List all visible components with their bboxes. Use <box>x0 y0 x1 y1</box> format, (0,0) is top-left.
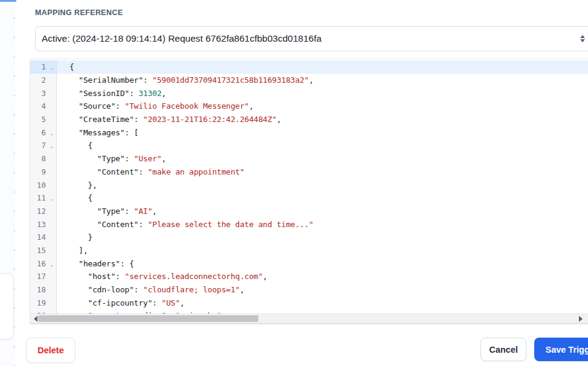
json-code-editor[interactable]: 1⌄{2 "SerialNumber": "59001dd73709417321… <box>30 59 588 324</box>
gutter-cell: 17 <box>30 270 57 283</box>
line-number: 16 <box>30 259 47 268</box>
code-text[interactable]: "cdn-loop": "cloudflare; loops=1", <box>57 283 588 297</box>
delete-button[interactable]: Delete <box>26 338 75 363</box>
gutter-cell: 8 <box>30 152 57 165</box>
gutter-cell: 15 <box>30 244 57 257</box>
fold-spacer <box>47 236 56 239</box>
gutter-cell: 16⌄ <box>30 257 57 270</box>
scroll-right-icon[interactable] <box>578 316 584 322</box>
fold-icon[interactable]: ⌄ <box>47 194 56 202</box>
code-text[interactable]: "host": "services.leadconnectorhq.com", <box>57 270 588 283</box>
trigger-mapping-modal: MAPPING REFERENCE Active: (2024-12-18 09… <box>15 0 588 366</box>
code-line[interactable]: 14 } <box>30 231 588 244</box>
fold-spacer <box>47 92 56 94</box>
code-line[interactable]: 19 "cf-ipcountry": "US", <box>30 296 588 309</box>
code-text[interactable]: } <box>57 231 588 244</box>
code-line[interactable]: 12 "Type": "AI", <box>30 205 588 218</box>
fold-spacer <box>47 210 56 212</box>
fold-spacer <box>47 275 56 278</box>
canvas-top-accent-bar <box>0 0 16 2</box>
save-trigger-button[interactable]: Save Trigger <box>534 338 588 361</box>
code-text[interactable]: "CreateTime": "2023-11-21T16:22:42.26448… <box>57 113 588 126</box>
code-line[interactable]: 8 "Type": "User", <box>30 152 588 165</box>
line-number: 7 <box>30 141 47 150</box>
line-number: 6 <box>30 128 47 137</box>
code-text[interactable]: }, <box>57 178 588 191</box>
code-line[interactable]: 3 "SessionID": 31302, <box>30 86 588 100</box>
gutter-cell: 9 <box>30 165 57 179</box>
mapping-reference-select[interactable]: Active: (2024-12-18 09:14:14) Request 67… <box>35 26 588 51</box>
fold-spacer <box>47 223 56 225</box>
code-line[interactable]: 6⌄ "Messages": [ <box>30 126 588 139</box>
code-line[interactable]: 1⌄{ <box>30 60 588 74</box>
code-text[interactable]: { <box>57 139 588 152</box>
gutter-cell: 14 <box>30 231 57 244</box>
line-number: 2 <box>30 75 47 85</box>
code-text[interactable]: "Type": "User", <box>57 152 588 165</box>
line-number: 3 <box>30 89 47 98</box>
code-line[interactable]: 10 }, <box>30 178 588 191</box>
line-number: 11 <box>30 193 47 202</box>
fold-icon[interactable]: ⌄ <box>47 141 56 149</box>
code-line[interactable]: 18 "cdn-loop": "cloudflare; loops=1", <box>30 283 588 297</box>
code-text[interactable]: "SerialNumber": "59001dd73709417321c58b1… <box>57 74 588 87</box>
code-line[interactable]: 15 ], <box>30 244 588 257</box>
gutter-cell: 4 <box>30 100 57 113</box>
line-number: 10 <box>30 181 47 190</box>
fold-spacer <box>47 105 56 108</box>
line-number: 19 <box>30 298 47 307</box>
code-line[interactable]: 4 "Source": "Twilio Facebook Messenger", <box>30 100 588 113</box>
code-text[interactable]: "Messages": [ <box>57 126 588 139</box>
fold-spacer <box>47 118 56 121</box>
code-text[interactable]: ], <box>57 244 588 257</box>
gutter-cell: 7⌄ <box>30 139 57 152</box>
code-text[interactable]: "Type": "AI", <box>57 205 588 218</box>
code-text[interactable]: { <box>57 60 588 74</box>
line-number: 4 <box>30 101 47 111</box>
line-number: 15 <box>30 246 47 255</box>
fold-icon[interactable]: ⌄ <box>47 260 56 268</box>
code-text[interactable]: "Source": "Twilio Facebook Messenger", <box>57 100 588 113</box>
code-line[interactable]: 9 "Content": "make an appointment" <box>30 165 588 179</box>
code-line[interactable]: 2 "SerialNumber": "59001dd73709417321c58… <box>30 74 588 87</box>
line-number: 12 <box>30 207 47 216</box>
fold-spacer <box>47 249 56 251</box>
code-line[interactable]: 5 "CreateTime": "2023-11-21T16:22:42.264… <box>30 113 588 126</box>
code-text[interactable]: { <box>57 191 588 205</box>
code-line[interactable]: 17 "host": "services.leadconnectorhq.com… <box>30 270 588 283</box>
fold-spacer <box>47 170 56 173</box>
code-line[interactable]: 16⌄ "headers": { <box>30 257 588 270</box>
line-number: 18 <box>30 285 47 294</box>
fold-icon[interactable]: ⌄ <box>47 63 56 71</box>
gutter-cell: 18 <box>30 283 57 297</box>
gutter-cell: 1⌄ <box>30 60 57 74</box>
code-line[interactable]: 11⌄ { <box>30 191 588 205</box>
horizontal-scrollbar[interactable] <box>30 313 588 324</box>
gutter-cell: 13 <box>30 217 57 231</box>
line-number: 13 <box>30 220 47 229</box>
fold-icon[interactable]: ⌄ <box>47 129 56 136</box>
fold-spacer <box>47 301 56 304</box>
code-text[interactable]: "headers": { <box>57 257 588 270</box>
code-text[interactable]: "Content": "make an appointment" <box>57 165 588 179</box>
code-line[interactable]: 7⌄ { <box>30 139 588 152</box>
fold-spacer <box>47 158 56 160</box>
horizontal-scrollbar-thumb[interactable] <box>38 315 258 322</box>
line-number: 9 <box>30 167 47 176</box>
cancel-button[interactable]: Cancel <box>481 338 526 361</box>
line-number: 14 <box>30 233 47 242</box>
gutter-cell: 6⌄ <box>30 126 57 139</box>
gutter-cell: 2 <box>30 74 57 87</box>
mapping-reference-selected-value: Active: (2024-12-18 09:14:14) Request 67… <box>42 33 322 44</box>
gutter-cell: 19 <box>30 296 57 309</box>
line-number: 1 <box>30 62 47 71</box>
fold-spacer <box>47 289 56 291</box>
code-line[interactable]: 13 "Content": "Please select the date an… <box>30 217 588 231</box>
fold-spacer <box>47 79 56 82</box>
code-text[interactable]: "Content": "Please select the date and t… <box>57 217 588 231</box>
code-text[interactable]: "SessionID": 31302, <box>57 86 588 100</box>
select-spinner-icon <box>580 34 585 43</box>
background-node-card <box>0 273 14 339</box>
code-text[interactable]: "cf-ipcountry": "US", <box>57 296 588 309</box>
fold-spacer <box>47 184 56 186</box>
